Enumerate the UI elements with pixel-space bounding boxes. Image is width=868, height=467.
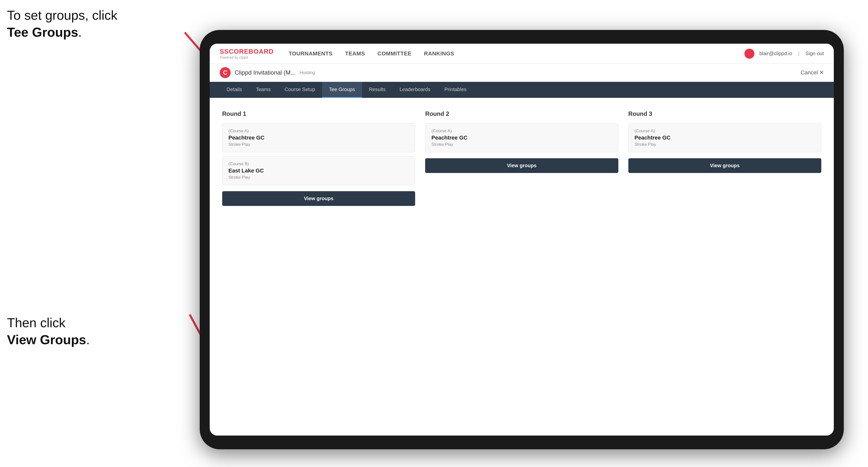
tab-leaderboards[interactable]: Leaderboards [393, 82, 437, 98]
round-1-course-a-label: (Course A) [228, 129, 409, 133]
sign-out-link[interactable]: Sign out [806, 51, 824, 56]
nav-committee[interactable]: COMMITTEE [377, 51, 412, 57]
round-1-view-groups-button[interactable]: View groups [222, 191, 415, 206]
round-1-title: Round 1 [222, 110, 415, 117]
instruction-top-line1: To set groups, click [7, 8, 117, 23]
round-1-column: Round 1 (Course A) Peachtree GC Stroke P… [222, 110, 415, 206]
round-1-course-a-name: Peachtree GC [228, 134, 409, 141]
tab-results[interactable]: Results [362, 82, 393, 98]
round-2-course-a-label: (Course A) [431, 129, 612, 133]
logo-text: SSCOREBOARD [220, 48, 274, 55]
top-nav: SSCOREBOARD Powered by clippit TOURNAMEN… [210, 44, 834, 64]
tournament-name: Clippd Invitational (M... [235, 69, 296, 76]
instruction-bottom: Then click View Groups. [7, 314, 90, 348]
round-1-course-b-format: Stroke Play [228, 175, 409, 180]
tab-teams[interactable]: Teams [249, 82, 278, 98]
tab-details[interactable]: Details [220, 82, 249, 98]
round-3-title: Round 3 [628, 110, 821, 117]
round-3-column: Round 3 (Course A) Peachtree GC Stroke P… [628, 110, 821, 206]
main-content: Round 1 (Course A) Peachtree GC Stroke P… [210, 98, 834, 436]
powered-by: Powered by clippit [220, 55, 274, 59]
hosting-badge: Hosting [300, 70, 315, 75]
round-3-course-a-name: Peachtree GC [634, 134, 815, 141]
nav-separator: | [798, 51, 799, 56]
round-2-view-groups-button[interactable]: View groups [425, 158, 618, 173]
tab-bar: Details Teams Course Setup Tee Groups Re… [210, 82, 834, 98]
nav-rankings[interactable]: RANKINGS [424, 51, 454, 57]
round-2-course-a-card: (Course A) Peachtree GC Stroke Play [425, 123, 618, 152]
nav-teams[interactable]: TEAMS [345, 51, 365, 57]
round-2-title: Round 2 [425, 110, 618, 117]
sub-header: C Clippd Invitational (M... Hosting Canc… [210, 64, 834, 82]
round-1-course-b-card: (Course B) East Lake GC Stroke Play [222, 156, 415, 185]
user-avatar [744, 49, 754, 59]
round-1-course-a-format: Stroke Play [228, 142, 409, 147]
rounds-container: Round 1 (Course A) Peachtree GC Stroke P… [222, 110, 821, 206]
c-logo: C [220, 67, 231, 78]
instruction-top-period: . [78, 25, 82, 39]
tablet-screen: SSCOREBOARD Powered by clippit TOURNAMEN… [210, 44, 834, 436]
instruction-bottom-bold: View Groups [7, 333, 86, 347]
round-1-course-b-label: (Course B) [228, 161, 409, 166]
round-1-course-b-name: East Lake GC [228, 167, 409, 174]
instruction-top: To set groups, click Tee Groups. [7, 7, 117, 41]
nav-tournaments[interactable]: TOURNAMENTS [288, 51, 333, 57]
tab-tee-groups[interactable]: Tee Groups [322, 82, 362, 98]
round-2-course-a-format: Stroke Play [431, 142, 612, 147]
tab-course-setup[interactable]: Course Setup [278, 82, 322, 98]
scoreboard-logo: SSCOREBOARD Powered by clippit [220, 48, 274, 59]
round-2-course-a-name: Peachtree GC [431, 134, 612, 141]
round-3-view-groups-button[interactable]: View groups [628, 158, 821, 173]
sub-header-left: C Clippd Invitational (M... Hosting [220, 67, 315, 78]
logo-rest: SCOREBOARD [224, 48, 274, 55]
round-3-course-a-label: (Course A) [634, 129, 815, 133]
tab-printables[interactable]: Printables [437, 82, 473, 98]
user-email: blair@clippd.io [760, 51, 792, 56]
cancel-button[interactable]: Cancel ✕ [801, 69, 824, 76]
nav-left: SSCOREBOARD Powered by clippit TOURNAMEN… [220, 48, 454, 59]
logo-s: S [220, 48, 224, 55]
instruction-top-bold: Tee Groups [7, 25, 78, 39]
round-1-course-a-card: (Course A) Peachtree GC Stroke Play [222, 123, 415, 152]
round-3-course-a-format: Stroke Play [634, 142, 815, 147]
round-3-course-a-card: (Course A) Peachtree GC Stroke Play [628, 123, 821, 152]
nav-right: blair@clippd.io | Sign out [744, 49, 824, 59]
round-2-column: Round 2 (Course A) Peachtree GC Stroke P… [425, 110, 618, 206]
instruction-bottom-period: . [86, 333, 90, 347]
instruction-bottom-line1: Then click [7, 315, 65, 330]
nav-links: TOURNAMENTS TEAMS COMMITTEE RANKINGS [288, 51, 454, 57]
tablet-frame: SSCOREBOARD Powered by clippit TOURNAMEN… [200, 30, 844, 449]
